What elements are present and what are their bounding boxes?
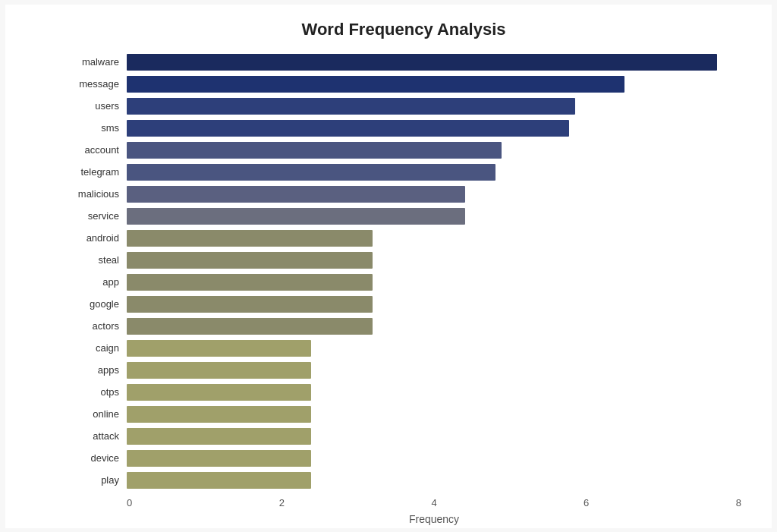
bar-fill	[127, 274, 373, 291]
bar-row: account	[66, 141, 741, 159]
bar-track	[127, 428, 741, 445]
bar-label: otps	[66, 386, 127, 398]
bar-track	[127, 252, 741, 269]
bar-fill	[127, 362, 311, 379]
bar-fill	[127, 296, 373, 313]
bar-row: steal	[66, 251, 741, 269]
bar-fill	[127, 120, 569, 137]
x-tick-label: 6	[584, 497, 589, 508]
bar-track	[127, 208, 741, 225]
bar-row: google	[66, 295, 741, 313]
bar-row: service	[66, 207, 741, 225]
bar-row: otps	[66, 383, 741, 401]
bar-label: android	[66, 232, 127, 244]
bar-track	[127, 274, 741, 291]
bar-label: service	[66, 210, 127, 222]
bar-fill	[127, 340, 311, 357]
x-axis-labels: 02468	[127, 497, 741, 508]
bar-row: sms	[66, 119, 741, 137]
bar-label: play	[66, 474, 127, 486]
bar-track	[127, 406, 741, 423]
bar-track	[127, 120, 741, 137]
bar-track	[127, 318, 741, 335]
bar-track	[127, 76, 741, 93]
bar-fill	[127, 186, 465, 203]
bar-label: users	[66, 100, 127, 112]
bar-label: online	[66, 408, 127, 420]
bar-label: message	[66, 78, 127, 90]
bar-fill	[127, 472, 311, 489]
bar-fill	[127, 384, 311, 401]
bar-track	[127, 230, 741, 247]
bar-fill	[127, 164, 495, 181]
bar-fill	[127, 98, 575, 115]
bar-label: sms	[66, 122, 127, 134]
bar-fill	[127, 208, 465, 225]
bar-row: malicious	[66, 185, 741, 203]
bar-row: users	[66, 97, 741, 115]
bar-label: account	[66, 144, 127, 156]
x-tick-label: 2	[279, 497, 285, 508]
bar-label: telegram	[66, 166, 127, 178]
bar-track	[127, 340, 741, 357]
chart-area: malwaremessageuserssmsaccounttelegrammal…	[66, 53, 741, 490]
bar-label: malicious	[66, 188, 127, 200]
bar-track	[127, 164, 741, 181]
bar-label: apps	[66, 364, 127, 376]
bar-fill	[127, 54, 717, 71]
x-tick-label: 8	[736, 497, 741, 508]
bar-track	[127, 98, 741, 115]
bar-fill	[127, 76, 624, 93]
bar-row: caign	[66, 339, 741, 357]
bar-fill	[127, 318, 373, 335]
bar-row: device	[66, 449, 741, 467]
bar-fill	[127, 230, 373, 247]
bar-label: app	[66, 276, 127, 288]
bar-track	[127, 472, 741, 489]
bar-track	[127, 450, 741, 467]
bar-fill	[127, 450, 311, 467]
bar-label: steal	[66, 254, 127, 266]
x-axis-title: Frequency	[127, 513, 741, 525]
chart-title: Word Frequency Analysis	[66, 20, 741, 39]
bar-label: actors	[66, 320, 127, 332]
bar-row: actors	[66, 317, 741, 335]
bar-label: caign	[66, 342, 127, 354]
x-tick-label: 0	[127, 497, 132, 508]
bar-label: google	[66, 298, 127, 310]
bar-track	[127, 186, 741, 203]
bar-track	[127, 54, 741, 71]
bar-label: malware	[66, 56, 127, 68]
bar-fill	[127, 428, 311, 445]
bar-track	[127, 362, 741, 379]
bar-row: online	[66, 405, 741, 423]
bar-row: app	[66, 273, 741, 291]
bar-label: attack	[66, 430, 127, 442]
bar-fill	[127, 406, 311, 423]
bar-track	[127, 142, 741, 159]
bar-track	[127, 296, 741, 313]
x-axis: 02468	[127, 497, 741, 508]
bar-row: malware	[66, 53, 741, 71]
bar-fill	[127, 252, 373, 269]
bar-row: play	[66, 471, 741, 490]
bar-fill	[127, 142, 502, 159]
bar-track	[127, 384, 741, 401]
bar-row: attack	[66, 427, 741, 445]
chart-container: Word Frequency Analysis malwaremessageus…	[5, 5, 772, 528]
bar-row: apps	[66, 361, 741, 379]
bar-label: device	[66, 452, 127, 464]
bar-row: telegram	[66, 163, 741, 181]
bar-row: android	[66, 229, 741, 247]
x-tick-label: 4	[431, 497, 436, 508]
bar-row: message	[66, 75, 741, 93]
